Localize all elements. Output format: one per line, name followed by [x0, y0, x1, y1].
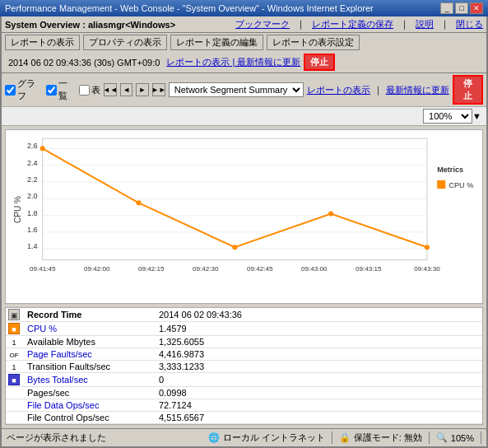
zoom-arrow-icon: ▼ — [472, 111, 481, 121]
bookmark-link[interactable]: ブックマーク — [235, 18, 290, 30]
stop-button2[interactable]: 停止 — [453, 75, 483, 105]
edit-report-button[interactable]: レポート定義の編集 — [170, 35, 263, 50]
nav-last-button[interactable]: ►► — [152, 83, 165, 96]
table-row: 1 Available Mbytes 1,325.6055 — [6, 336, 482, 348]
report-dropdown[interactable]: Network Segment Summary — [169, 82, 304, 97]
transition-faults-label: Transition Faults/sec — [22, 361, 154, 373]
row-num-1: 1 — [12, 338, 16, 347]
zone-text: ローカル イントラネット — [223, 432, 325, 444]
svg-text:2.2: 2.2 — [27, 175, 38, 184]
show-report-link[interactable]: レポートの表示 — [307, 84, 370, 96]
menu-left: System Overview : aliasmgr<Windows> — [5, 18, 234, 30]
file-control-ops-value: 4,515.6567 — [154, 412, 482, 424]
pages-sec-label: Pages/sec — [22, 387, 154, 399]
window-controls: _ □ ✕ — [440, 2, 483, 14]
svg-text:09:42:15: 09:42:15 — [138, 265, 165, 273]
data-point-3 — [328, 212, 333, 217]
toolbar2: グラフ 一覧 表 ◄◄ ◄ ► ►► Network Segment Summa… — [2, 73, 486, 107]
protection-section: 🔒 保護モード: 無効 — [332, 432, 430, 444]
table-checkbox-label[interactable]: 表 — [79, 84, 100, 96]
svg-rect-24 — [437, 180, 445, 189]
file-control-ops-label: File Control Ops/sec — [22, 412, 154, 424]
chart-svg: CPU % 2.6 2.4 2.2 2.0 1.8 1.6 1.4 — [6, 130, 482, 285]
of-icon: OF — [9, 352, 18, 359]
pages-sec-value: 0.0998 — [154, 387, 482, 399]
report-settings-button[interactable]: レポートの表示設定 — [267, 35, 360, 50]
nav-prev-button[interactable]: ◄ — [120, 83, 132, 96]
svg-text:09:43:15: 09:43:15 — [356, 265, 382, 273]
minimize-button[interactable]: _ — [440, 2, 453, 14]
page-faults-value: 4,416.9873 — [154, 348, 482, 361]
table-row: 1 Transition Faults/sec 3,333.1233 — [6, 361, 482, 373]
bytes-total-label: Bytes Total/sec — [22, 373, 154, 387]
page-faults-label: Page Faults/sec — [22, 348, 154, 361]
graph-label: グラフ — [17, 77, 43, 102]
svg-text:09:43:00: 09:43:00 — [301, 265, 328, 273]
table-row: ▣ Record Time 2014 06 02 09:43:36 — [6, 308, 482, 322]
file-data-ops-value: 72.7124 — [154, 399, 482, 412]
status-sections: 🌐 ローカル イントラネット 🔒 保護モード: 無効 🔍 105% — [202, 432, 481, 444]
status-bar: ページが表示されました 🌐 ローカル イントラネット 🔒 保護モード: 無効 🔍… — [2, 428, 486, 446]
cpu-value: 1.4579 — [154, 322, 482, 336]
close-link[interactable]: 閉じる — [456, 18, 483, 30]
transition-faults-value: 3,333.1233 — [154, 361, 482, 373]
svg-text:2.0: 2.0 — [27, 192, 38, 200]
data-point-2 — [232, 245, 237, 250]
datetime-display: 2014 06 02 09:43:36 (30s) GMT+09:0 — [8, 58, 160, 68]
table-row: ■ CPU % 1.4579 — [6, 322, 482, 336]
data-table: ▣ Record Time 2014 06 02 09:43:36 ■ CPU … — [6, 308, 482, 424]
zoom-bar: 100% ▼ — [2, 107, 486, 126]
data-table-area: ▣ Record Time 2014 06 02 09:43:36 ■ CPU … — [5, 307, 483, 425]
svg-text:CPU %: CPU % — [448, 181, 473, 189]
nav-first-button[interactable]: ◄◄ — [104, 83, 117, 96]
page-loaded-status: ページが表示されました — [7, 432, 106, 444]
window-body: System Overview : aliasmgr<Windows> ブックマ… — [0, 16, 488, 448]
save-report-link[interactable]: レポート定義の保存 — [312, 18, 393, 30]
title-bar: Performance Management - Web Console - "… — [0, 0, 488, 16]
row-num-1b: 1 — [12, 363, 16, 371]
record-time-icon: ▣ — [8, 309, 20, 320]
shield-icon: 🔒 — [339, 432, 351, 443]
table-row: OF Page Faults/sec 4,416.9873 — [6, 348, 482, 361]
file-data-ops-label: File Data Ops/sec — [22, 399, 154, 412]
globe-icon: 🌐 — [208, 432, 220, 443]
svg-text:09:42:30: 09:42:30 — [193, 265, 219, 273]
system-overview-title: System Overview : aliasmgr<Windows> — [5, 20, 175, 30]
svg-text:2.4: 2.4 — [27, 159, 38, 167]
bytes-icon: ■ — [8, 374, 20, 385]
data-point-1 — [136, 200, 141, 205]
table-row: Pages/sec 0.0998 — [6, 387, 482, 399]
list-checkbox-label[interactable]: 一覧 — [46, 77, 76, 102]
nav-next-button[interactable]: ► — [136, 83, 148, 96]
y-axis-label: CPU % — [13, 196, 22, 223]
report-refresh-link[interactable]: レポートの表示 | 最新情報に更新 — [166, 56, 300, 68]
graph-checkbox-label[interactable]: グラフ — [5, 77, 43, 102]
svg-text:09:42:00: 09:42:00 — [84, 265, 110, 273]
bytes-total-value: 0 — [154, 373, 482, 387]
refresh-link[interactable]: 最新情報に更新 — [386, 84, 449, 96]
data-point-0 — [40, 146, 45, 151]
chart-area: CPU % 2.6 2.4 2.2 2.0 1.8 1.6 1.4 — [5, 129, 483, 304]
menu-right: ブックマーク ｜ レポート定義の保存 ｜ 説明 ｜ 閉じる — [235, 18, 483, 30]
maximize-button[interactable]: □ — [455, 2, 468, 14]
show-report-button[interactable]: レポートの表示 — [5, 35, 80, 50]
table-row: ■ Bytes Total/sec 0 — [6, 373, 482, 387]
table-row: File Control Ops/sec 4,515.6567 — [6, 412, 482, 424]
table-row: File Data Ops/sec 72.7124 — [6, 399, 482, 412]
zoom-icon: 🔍 — [436, 432, 448, 443]
toolbar1: レポートの表示 プロパティの表示 レポート定義の編集 レポートの表示設定 201… — [2, 33, 486, 73]
svg-text:1.4: 1.4 — [27, 242, 38, 250]
table-checkbox[interactable] — [79, 85, 90, 96]
zoom-select[interactable]: 100% — [423, 109, 472, 124]
available-mbytes-value: 1,325.6055 — [154, 336, 482, 348]
graph-checkbox[interactable] — [5, 85, 16, 96]
stop-button[interactable]: 停止 — [304, 54, 335, 71]
table-label: 表 — [91, 84, 100, 96]
help-link[interactable]: 説明 — [416, 18, 434, 30]
list-checkbox[interactable] — [46, 85, 57, 96]
svg-text:2.6: 2.6 — [27, 142, 38, 150]
show-properties-button[interactable]: プロパティの表示 — [83, 35, 167, 50]
window-title: Performance Management - Web Console - "… — [5, 3, 374, 13]
record-time-label: Record Time — [22, 308, 154, 322]
close-button[interactable]: ✕ — [470, 2, 483, 14]
